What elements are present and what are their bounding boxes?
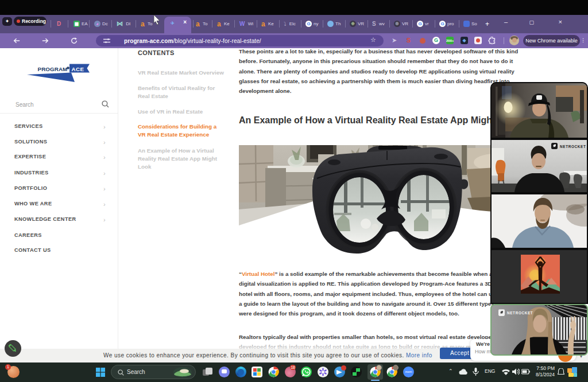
svg-text:PROGRAM: PROGRAM <box>38 66 68 72</box>
svg-text:ACE: ACE <box>72 66 84 72</box>
svg-text:NETROCKET: NETROCKET <box>560 145 586 149</box>
svg-text:NETROCKET: NETROCKET <box>507 311 533 315</box>
